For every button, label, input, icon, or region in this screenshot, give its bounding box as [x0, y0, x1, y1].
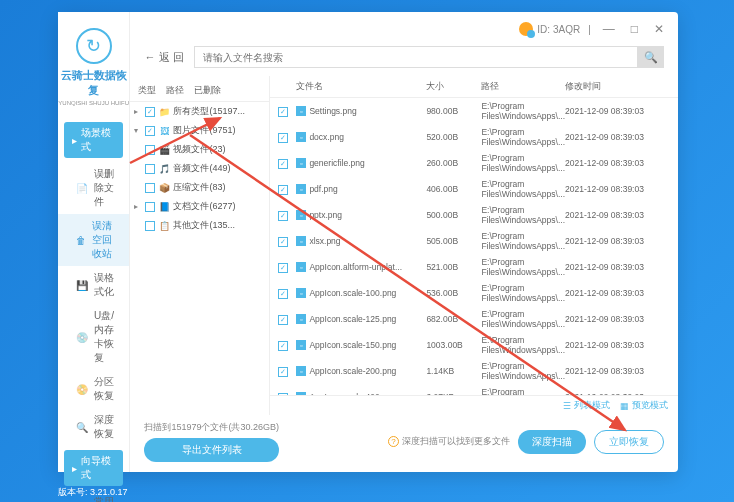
tree-label: 其他文件(135...: [173, 219, 265, 232]
file-path: E:\Program Files\WindowsApps\...: [481, 179, 565, 199]
footer: 扫描到151979个文件(共30.26GB) 导出文件列表 ? 深度扫描可以找到…: [130, 415, 678, 472]
file-checkbox[interactable]: [278, 315, 288, 325]
file-row[interactable]: ▫Settings.png980.00BE:\Program Files\Win…: [270, 98, 678, 124]
tree-checkbox[interactable]: [145, 183, 155, 193]
sidebar-item[interactable]: 💾误格式化: [58, 266, 129, 304]
sidebar-item-label: 误删除文件: [94, 167, 121, 209]
file-checkbox[interactable]: [278, 159, 288, 169]
file-row[interactable]: ▫xlsx.png505.00BE:\Program Files\Windows…: [270, 228, 678, 254]
tree-label: 图片文件(9751): [173, 124, 265, 137]
back-label: 返 回: [159, 50, 184, 65]
deep-scan-button[interactable]: 深度扫描: [518, 430, 586, 454]
section-header: ▸向导模式: [64, 450, 123, 486]
file-name: pptx.png: [309, 210, 342, 220]
section-header: ▸场景模式: [64, 122, 123, 158]
tree-item[interactable]: 📋其他文件(135...: [130, 216, 269, 235]
col-filename[interactable]: 文件名: [296, 80, 426, 93]
file-time: 2021-12-09 08:39:03: [565, 236, 670, 246]
close-button[interactable]: ✕: [650, 22, 668, 36]
file-checkbox[interactable]: [278, 185, 288, 195]
maximize-button[interactable]: □: [627, 22, 642, 36]
file-checkbox[interactable]: [278, 367, 288, 377]
file-checkbox[interactable]: [278, 211, 288, 221]
file-name: Settings.png: [309, 106, 356, 116]
tree-checkbox[interactable]: [145, 221, 155, 231]
sidebar-item-label: 深度恢复: [94, 413, 121, 441]
tree-type-icon: 🖼: [158, 125, 170, 137]
file-header: 文件名 大小 路径 修改时间: [270, 76, 678, 98]
sidebar-item[interactable]: 💿U盘/内存卡恢复: [58, 304, 129, 370]
file-size: 682.00B: [426, 314, 481, 324]
file-row[interactable]: ▫docx.png520.00BE:\Program Files\Windows…: [270, 124, 678, 150]
col-check[interactable]: [278, 80, 296, 93]
tree-item[interactable]: 🎵音频文件(449): [130, 159, 269, 178]
tree-checkbox[interactable]: [145, 145, 155, 155]
sidebar-item[interactable]: 🗑误清空回收站: [58, 214, 129, 266]
file-row[interactable]: ▫AppIcon.scale-400.png2.07KBE:\Program F…: [270, 384, 678, 395]
file-time: 2021-12-09 08:39:03: [565, 210, 670, 220]
tree-item[interactable]: 🎬视频文件(23): [130, 140, 269, 159]
file-icon: ▫: [296, 340, 306, 350]
sidebar-item-label: U盘/内存卡恢复: [94, 309, 121, 365]
file-size: 1003.00B: [426, 340, 481, 350]
file-checkbox[interactable]: [278, 341, 288, 351]
tree-item[interactable]: 📦压缩文件(83): [130, 178, 269, 197]
search-box: 🔍: [194, 46, 664, 68]
file-row[interactable]: ▫pptx.png500.00BE:\Program Files\Windows…: [270, 202, 678, 228]
tree-label: 音频文件(449): [173, 162, 265, 175]
file-checkbox[interactable]: [278, 107, 288, 117]
search-button[interactable]: 🔍: [638, 46, 664, 68]
list-mode-button[interactable]: ☰列表模式: [563, 399, 610, 412]
tree-checkbox[interactable]: [145, 107, 155, 117]
grid-icon: ▦: [620, 401, 629, 411]
file-row[interactable]: ▫pdf.png406.00BE:\Program Files\WindowsA…: [270, 176, 678, 202]
tree-checkbox[interactable]: [145, 202, 155, 212]
file-size: 536.00B: [426, 288, 481, 298]
back-button[interactable]: ← 返 回: [144, 50, 184, 65]
file-name: AppIcon.scale-125.png: [309, 314, 396, 324]
minimize-button[interactable]: —: [599, 22, 619, 36]
file-icon: ▫: [296, 288, 306, 298]
file-row[interactable]: ▫AppIcon.scale-100.png536.00BE:\Program …: [270, 280, 678, 306]
sidebar-item[interactable]: 📀分区恢复: [58, 370, 129, 408]
sidebar-item[interactable]: 📄误删除文件: [58, 162, 129, 214]
file-path: E:\Program Files\WindowsApps\...: [481, 387, 565, 395]
file-name: genericfile.png: [309, 158, 364, 168]
col-size[interactable]: 大小: [426, 80, 481, 93]
file-icon: ▫: [296, 158, 306, 168]
tree-item[interactable]: ▸📘文档文件(6277): [130, 197, 269, 216]
file-row[interactable]: ▫AppIcon.scale-200.png1.14KBE:\Program F…: [270, 358, 678, 384]
tree-type-icon: 📁: [158, 106, 170, 118]
id-icon: [519, 22, 533, 36]
tree-col-deleted: 已删除: [194, 84, 221, 97]
col-path[interactable]: 路径: [481, 80, 565, 93]
export-button[interactable]: 导出文件列表: [144, 438, 279, 462]
footer-left: 扫描到151979个文件(共30.26GB) 导出文件列表: [144, 421, 279, 462]
sidebar-item[interactable]: 🔍深度恢复: [58, 408, 129, 446]
file-checkbox[interactable]: [278, 289, 288, 299]
tree-item[interactable]: ▾🖼图片文件(9751): [130, 121, 269, 140]
tree-checkbox[interactable]: [145, 164, 155, 174]
col-time[interactable]: 修改时间: [565, 80, 670, 93]
file-checkbox[interactable]: [278, 133, 288, 143]
file-icon: ▫: [296, 262, 306, 272]
tree-type-icon: 📦: [158, 182, 170, 194]
preview-mode-button[interactable]: ▦预览模式: [620, 399, 668, 412]
file-row[interactable]: ▫AppIcon.scale-150.png1003.00BE:\Program…: [270, 332, 678, 358]
sidebar-item-icon: 💾: [76, 279, 88, 291]
file-time: 2021-12-09 08:39:03: [565, 366, 670, 376]
file-row[interactable]: ▫AppIcon.scale-125.png682.00BE:\Program …: [270, 306, 678, 332]
file-row[interactable]: ▫genericfile.png260.00BE:\Program Files\…: [270, 150, 678, 176]
tree-checkbox[interactable]: [145, 126, 155, 136]
file-checkbox[interactable]: [278, 263, 288, 273]
file-checkbox[interactable]: [278, 237, 288, 247]
file-name: docx.png: [309, 132, 344, 142]
scan-info: 扫描到151979个文件(共30.26GB): [144, 421, 279, 434]
logo: ↻ 云骑士数据恢复 YUNQISHI SHUJU HUIFU: [58, 20, 129, 118]
file-path: E:\Program Files\WindowsApps\...: [481, 153, 565, 173]
tree-item[interactable]: ▸📁所有类型(15197...: [130, 102, 269, 121]
app-window: ↻ 云骑士数据恢复 YUNQISHI SHUJU HUIFU ▸场景模式📄误删除…: [58, 12, 678, 472]
search-input[interactable]: [194, 46, 638, 68]
recover-button[interactable]: 立即恢复: [594, 430, 664, 454]
file-row[interactable]: ▫AppIcon.altform-unplat...521.00BE:\Prog…: [270, 254, 678, 280]
